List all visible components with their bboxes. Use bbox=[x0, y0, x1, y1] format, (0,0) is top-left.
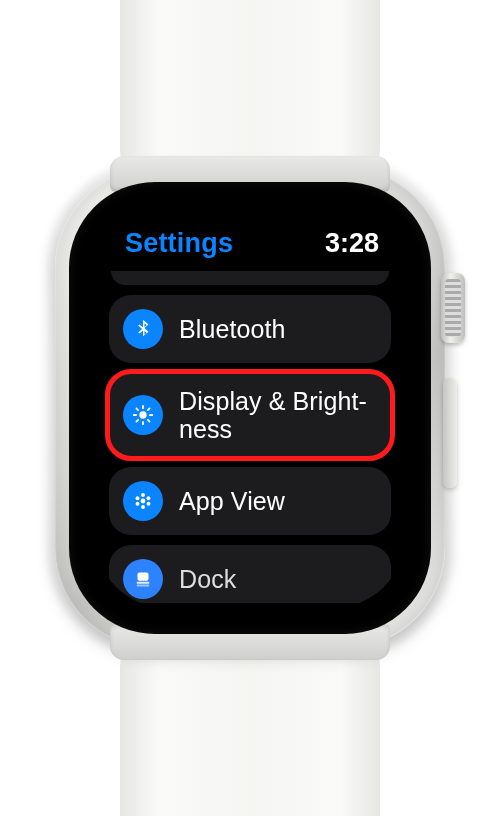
list-item-partial-above bbox=[111, 271, 389, 285]
row-dock-label: Dock bbox=[179, 565, 236, 593]
row-app-view-label: App View bbox=[179, 487, 285, 515]
svg-line-6 bbox=[148, 420, 150, 422]
watch-case: Settings 3:28 Bluetooth bbox=[55, 168, 445, 648]
svg-point-15 bbox=[141, 505, 145, 509]
svg-point-11 bbox=[147, 496, 151, 500]
row-app-view[interactable]: App View bbox=[109, 467, 391, 535]
svg-rect-18 bbox=[137, 585, 150, 587]
svg-line-7 bbox=[136, 420, 138, 422]
row-bluetooth-label: Bluetooth bbox=[179, 315, 286, 343]
svg-rect-17 bbox=[137, 582, 150, 584]
svg-line-8 bbox=[148, 408, 150, 410]
dock-icon bbox=[123, 559, 163, 599]
svg-point-14 bbox=[141, 493, 145, 497]
brightness-icon bbox=[123, 395, 163, 435]
clock-time: 3:28 bbox=[325, 228, 379, 259]
bezel: Settings 3:28 Bluetooth bbox=[69, 182, 431, 634]
side-button[interactable] bbox=[443, 378, 457, 488]
svg-point-0 bbox=[139, 411, 146, 418]
row-display-brightness[interactable]: Display & Bright­ness bbox=[109, 373, 391, 457]
row-dock[interactable]: Dock bbox=[109, 545, 391, 603]
settings-list: Bluetooth Display & Bright­ness bbox=[95, 269, 405, 603]
bluetooth-icon bbox=[123, 309, 163, 349]
svg-point-13 bbox=[147, 502, 151, 506]
svg-point-12 bbox=[136, 502, 140, 506]
screen: Settings 3:28 Bluetooth bbox=[95, 208, 405, 608]
app-grid-icon bbox=[123, 481, 163, 521]
svg-rect-16 bbox=[138, 573, 149, 581]
svg-point-9 bbox=[141, 499, 146, 504]
svg-point-10 bbox=[136, 496, 140, 500]
row-bluetooth[interactable]: Bluetooth bbox=[109, 295, 391, 363]
back-title[interactable]: Settings bbox=[125, 228, 233, 259]
watch-band-top bbox=[120, 0, 380, 180]
digital-crown[interactable] bbox=[441, 273, 465, 343]
status-bar: Settings 3:28 bbox=[95, 208, 405, 269]
watch-device: Settings 3:28 Bluetooth bbox=[40, 0, 460, 816]
svg-line-5 bbox=[136, 408, 138, 410]
row-display-brightness-label: Display & Bright­ness bbox=[179, 387, 375, 443]
watch-band-bottom bbox=[120, 636, 380, 816]
